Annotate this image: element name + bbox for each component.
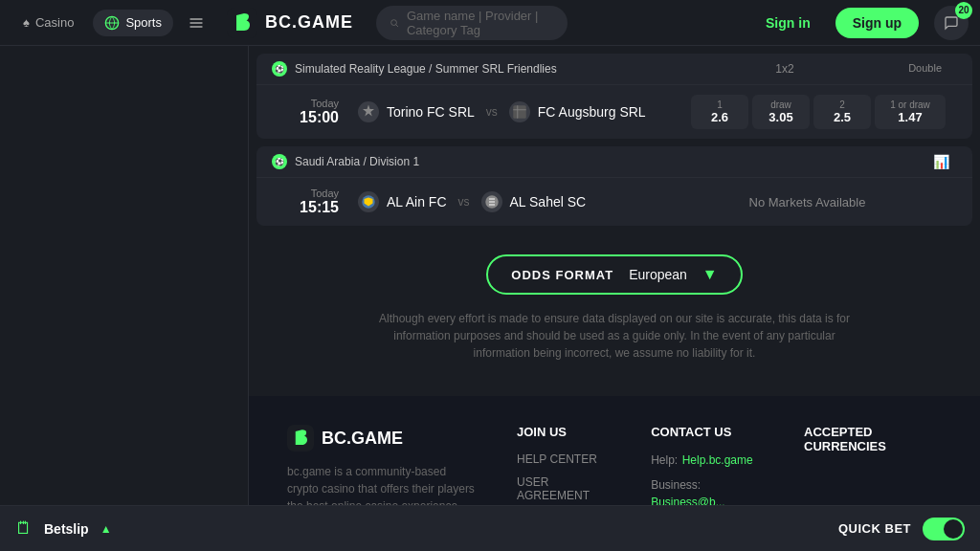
contact-help-row: Help: Help.bc.game bbox=[651, 451, 766, 468]
vs-2: vs bbox=[458, 195, 470, 209]
help-center-link[interactable]: HELP CENTER bbox=[517, 452, 612, 466]
business-label: Business: bbox=[651, 478, 701, 492]
contact-us-title: CONTACT US bbox=[651, 425, 766, 439]
match-row-2: Today 15:15 AL Ain FC vs bbox=[256, 178, 972, 226]
main-layout: ⚽ Simulated Reality League / Summer SRL … bbox=[0, 0, 980, 551]
odd-2-label: 2 bbox=[839, 99, 845, 110]
match-time-value-2: 15:15 bbox=[272, 199, 339, 216]
footer-logo-icon bbox=[287, 425, 314, 452]
match-section-2: ⚽ Saudi Arabia / Division 1 📊 Today 15:1… bbox=[256, 146, 972, 226]
odds-format-value: European bbox=[629, 267, 687, 282]
user-agreement-link[interactable]: USER AGREEMENT bbox=[517, 475, 612, 502]
casino-nav[interactable]: ♠ Casino bbox=[11, 10, 85, 35]
match-teams-1: Torino FC SRL vs FC Augsburg SRL bbox=[358, 101, 689, 122]
team1-icon-2 bbox=[358, 191, 379, 212]
odd-1orDraw-label: 1 or draw bbox=[890, 99, 930, 110]
search-icon bbox=[390, 16, 399, 30]
match-day-1: Today bbox=[272, 98, 339, 109]
toggle-knob bbox=[944, 519, 963, 539]
odds-format-label: ODDS FORMAT bbox=[511, 268, 613, 282]
signin-button[interactable]: Sign in bbox=[748, 8, 828, 38]
chat-badge: 20 bbox=[955, 2, 972, 19]
team2-name-2: AL Sahel SC bbox=[510, 194, 587, 209]
odds-header-1: 1x2 Double bbox=[689, 62, 957, 76]
search-bar[interactable]: Game name | Provider | Category Tag bbox=[376, 6, 568, 40]
league-header-2: ⚽ Saudi Arabia / Division 1 📊 bbox=[256, 146, 972, 178]
odd-1orDraw-btn[interactable]: 1 or draw 1.47 bbox=[875, 95, 946, 129]
join-us-title: JOIN US bbox=[517, 425, 612, 439]
team1-name-2: AL Ain FC bbox=[387, 194, 447, 209]
stats-icon-2[interactable]: 📊 bbox=[933, 154, 949, 169]
search-placeholder: Game name | Provider | Category Tag bbox=[407, 9, 555, 37]
team2-icon-2 bbox=[481, 191, 502, 212]
team1-name-1: Torino FC SRL bbox=[387, 104, 475, 120]
odd-2-btn[interactable]: 2 2.5 bbox=[813, 95, 871, 129]
logo[interactable]: BC.GAME bbox=[227, 8, 353, 38]
odd-2-value: 2.5 bbox=[834, 110, 851, 124]
casino-label: Casino bbox=[35, 15, 74, 30]
match-day-2: Today bbox=[272, 187, 339, 199]
help-link[interactable]: Help.bc.game bbox=[682, 453, 753, 467]
betslip-icon: 🗒 bbox=[15, 518, 33, 539]
quick-bet-label: QUICK BET bbox=[838, 521, 911, 536]
odd-draw-label: draw bbox=[770, 99, 791, 110]
double-label: Double bbox=[880, 62, 957, 76]
odd-draw-btn[interactable]: draw 3.05 bbox=[752, 95, 810, 129]
1x2-label: 1x2 bbox=[689, 62, 880, 76]
odd-1-label: 1 bbox=[717, 99, 723, 110]
help-label: Help: bbox=[651, 453, 678, 467]
match-time-1: Today 15:00 bbox=[272, 98, 339, 126]
betslip-bar: 🗒 Betslip ▲ QUICK BET bbox=[0, 505, 980, 551]
odd-draw-value: 3.05 bbox=[768, 110, 792, 124]
league-header-1: ⚽ Simulated Reality League / Summer SRL … bbox=[256, 54, 972, 85]
odd-1-value: 2.6 bbox=[711, 110, 728, 124]
league-icon-2: ⚽ bbox=[272, 154, 287, 169]
betslip-arrow-icon[interactable]: ▲ bbox=[100, 522, 112, 536]
hamburger-button[interactable] bbox=[181, 8, 212, 38]
odd-1-btn[interactable]: 1 2.6 bbox=[691, 95, 748, 129]
betslip-label: Betslip bbox=[44, 521, 89, 537]
league-name-1: Simulated Reality League / Summer SRL Fr… bbox=[295, 62, 557, 76]
logo-icon bbox=[227, 8, 257, 38]
team2-icon-1 bbox=[509, 101, 530, 122]
content-area: ⚽ Simulated Reality League / Summer SRL … bbox=[249, 46, 980, 551]
odds-values-1: 1 2.6 draw 3.05 2 2.5 1 or draw 1.47 bbox=[689, 95, 957, 129]
odds-format-dropdown[interactable]: ODDS FORMAT European ▼ bbox=[486, 254, 742, 295]
footer-logo: BC.GAME bbox=[287, 425, 479, 452]
chat-icon bbox=[944, 15, 959, 31]
accepted-currencies-title: ACCEPTED CURRENCIES bbox=[804, 425, 942, 453]
match-section-1: ⚽ Simulated Reality League / Summer SRL … bbox=[256, 54, 972, 139]
match-row-1: Today 15:00 Torino FC SRL vs bbox=[256, 85, 972, 139]
header: ♠ Casino Sports BC.GAME Game name | Prov… bbox=[0, 0, 980, 46]
league-name-2: Saudi Arabia / Division 1 bbox=[295, 155, 419, 168]
stats-icon-area: 📊 bbox=[933, 154, 957, 169]
chat-button[interactable]: 20 bbox=[934, 6, 969, 40]
quick-bet-toggle[interactable] bbox=[923, 518, 965, 540]
sidebar bbox=[0, 46, 249, 551]
vs-1: vs bbox=[486, 105, 498, 119]
no-markets-text: No Markets Available bbox=[657, 195, 957, 209]
sports-nav[interactable]: Sports bbox=[93, 10, 173, 36]
team2-name-1: FC Augsburg SRL bbox=[538, 104, 646, 120]
match-time-2: Today 15:15 bbox=[272, 187, 339, 216]
footer-logo-text: BC.GAME bbox=[322, 429, 403, 449]
team1-icon-1 bbox=[358, 101, 379, 122]
disclaimer-text: Although every effort is made to ensure … bbox=[375, 310, 854, 362]
svg-rect-3 bbox=[513, 105, 526, 119]
sports-label: Sports bbox=[125, 15, 162, 30]
match-teams-2: AL Ain FC vs AL Sahel SC bbox=[358, 191, 657, 212]
odds-format-section: ODDS FORMAT European ▼ Although every ef… bbox=[249, 226, 980, 396]
chevron-down-icon: ▼ bbox=[702, 266, 718, 283]
sports-icon bbox=[104, 15, 120, 31]
casino-icon: ♠ bbox=[23, 15, 30, 30]
hamburger-icon bbox=[189, 15, 204, 31]
logo-text: BC.GAME bbox=[265, 12, 353, 33]
odd-1orDraw-value: 1.47 bbox=[898, 110, 922, 124]
signup-button[interactable]: Sign up bbox=[835, 8, 919, 38]
league-icon-1: ⚽ bbox=[272, 61, 287, 77]
match-time-value-1: 15:00 bbox=[272, 109, 339, 126]
